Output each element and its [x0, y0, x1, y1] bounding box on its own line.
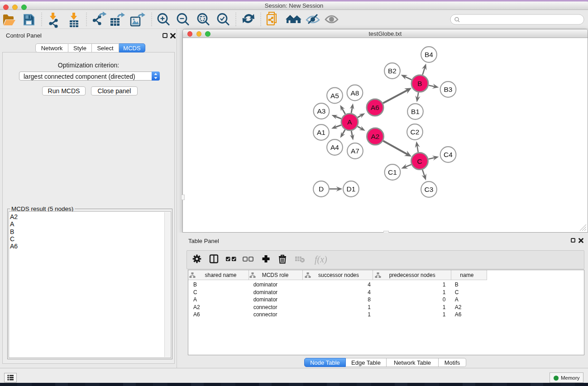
svg-text:predecessor nodes: predecessor nodes	[389, 272, 435, 278]
svg-text:A2: A2	[455, 304, 462, 310]
svg-text:C3: C3	[425, 186, 434, 193]
svg-text:1: 1	[443, 289, 446, 295]
svg-text:successor nodes: successor nodes	[318, 272, 359, 278]
svg-text:B2: B2	[388, 67, 397, 75]
svg-text:B3: B3	[444, 86, 453, 93]
svg-text:C: C	[417, 157, 422, 165]
svg-text:B: B	[417, 80, 422, 87]
svg-text:dominator: dominator	[253, 296, 277, 303]
svg-text:A: A	[347, 118, 352, 126]
svg-text:1: 1	[443, 311, 446, 318]
svg-text:dominator: dominator	[253, 289, 277, 295]
svg-text:4: 4	[368, 289, 371, 295]
svg-text:B: B	[455, 281, 459, 288]
svg-text:A1: A1	[317, 129, 325, 136]
svg-text:4: 4	[368, 281, 371, 288]
svg-text:1: 1	[443, 281, 446, 288]
svg-text:A: A	[455, 296, 459, 303]
svg-text:D: D	[319, 185, 324, 193]
svg-text:A5: A5	[330, 92, 339, 100]
svg-text:1: 1	[368, 311, 371, 318]
svg-text:dominator: dominator	[253, 281, 277, 288]
svg-text:A6: A6	[193, 311, 200, 318]
svg-text:C1: C1	[388, 168, 397, 176]
svg-text:name: name	[460, 272, 473, 278]
svg-text:D1: D1	[347, 185, 356, 193]
svg-text:1: 1	[368, 304, 371, 310]
svg-text:connector: connector	[253, 311, 277, 318]
svg-text:A7: A7	[351, 147, 359, 155]
svg-text:A6: A6	[371, 104, 379, 111]
svg-text:C: C	[455, 289, 459, 295]
svg-text:B: B	[193, 281, 197, 288]
svg-text:A4: A4	[330, 143, 339, 151]
svg-text:A3: A3	[317, 107, 326, 115]
svg-text:A: A	[193, 296, 197, 303]
svg-text:B4: B4	[425, 51, 433, 58]
svg-text:f(x): f(x)	[315, 254, 327, 265]
svg-text:8: 8	[368, 296, 371, 303]
svg-text:connector: connector	[253, 304, 277, 310]
svg-text:A8: A8	[351, 89, 359, 97]
svg-text:C4: C4	[444, 151, 453, 158]
svg-text:MCDS role: MCDS role	[262, 272, 289, 278]
svg-text:C2: C2	[411, 128, 420, 136]
svg-text:1: 1	[443, 304, 446, 310]
svg-text:A2: A2	[193, 304, 200, 310]
svg-text:C: C	[193, 289, 197, 295]
svg-text:A2: A2	[371, 133, 380, 140]
svg-text:A6: A6	[455, 311, 462, 318]
svg-text:0: 0	[443, 296, 446, 303]
svg-text:B1: B1	[411, 108, 420, 115]
svg-text:shared name: shared name	[205, 272, 236, 278]
